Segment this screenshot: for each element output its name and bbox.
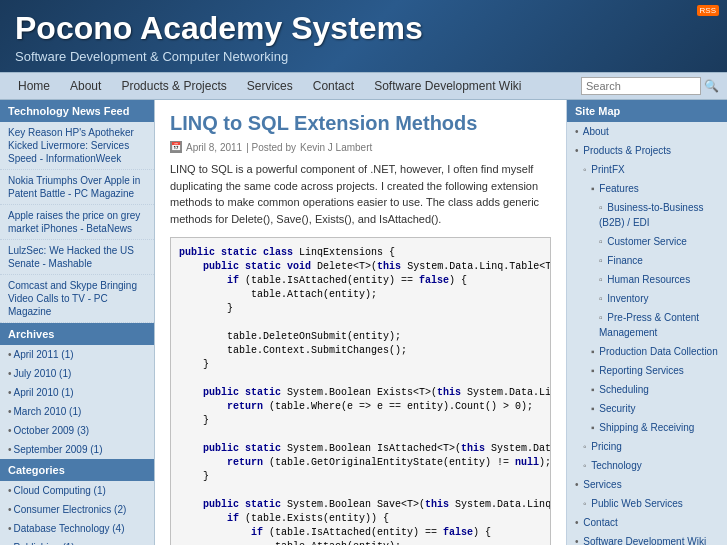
categories-section-title: Categories [0, 459, 154, 481]
sitemap-prepress[interactable]: ▫ Pre-Press & Content Management [567, 308, 727, 342]
sitemap-scheduling[interactable]: ▪ Scheduling [567, 380, 727, 399]
sitemap-products[interactable]: • Products & Projects [567, 141, 727, 160]
post-author: Kevin J Lambert [300, 142, 372, 153]
sitemap-customer-service[interactable]: ▫ Customer Service [567, 232, 727, 251]
search-input[interactable] [581, 77, 701, 95]
news-link-2[interactable]: Nokia Triumphs Over Apple in Patent Batt… [8, 175, 140, 199]
nav-bar: Home About Products & Projects Services … [0, 72, 727, 100]
sitemap-printfx[interactable]: ◦ PrintFX [567, 160, 727, 179]
sitemap-production[interactable]: ▪ Production Data Collection [567, 342, 727, 361]
category-item[interactable]: •Cloud Computing (1) [0, 481, 154, 500]
archive-item[interactable]: •April 2011 (1) [0, 345, 154, 364]
sitemap-technology[interactable]: ◦ Technology [567, 456, 727, 475]
sitemap-about[interactable]: • About [567, 122, 727, 141]
sitemap-finance[interactable]: ▫ Finance [567, 251, 727, 270]
news-link-5[interactable]: Comcast and Skype Bringing Video Calls t… [8, 280, 137, 317]
content-area: LINQ to SQL Extension Methods 📅 April 8,… [155, 100, 567, 545]
sitemap-section-title: Site Map [567, 100, 727, 122]
category-item[interactable]: •Consumer Electronics (2) [0, 500, 154, 519]
category-item[interactable]: •Publishing (1) [0, 538, 154, 545]
nav-products[interactable]: Products & Projects [111, 73, 236, 99]
post-author-label: | Posted by [246, 142, 296, 153]
news-item[interactable]: LulzSec: We Hacked the US Senate - Masha… [0, 240, 154, 275]
site-header: Pocono Academy Systems Software Developm… [0, 0, 727, 72]
sitemap-wiki[interactable]: • Software Development Wiki [567, 532, 727, 545]
archive-item[interactable]: •July 2010 (1) [0, 364, 154, 383]
sitemap-features[interactable]: ▪ Features [567, 179, 727, 198]
sitemap-shipping[interactable]: ▪ Shipping & Receiving [567, 418, 727, 437]
sitemap-web-services[interactable]: ◦ Public Web Services [567, 494, 727, 513]
sitemap-services[interactable]: • Services [567, 475, 727, 494]
news-item[interactable]: Key Reason HP's Apotheker Kicked Livermo… [0, 122, 154, 170]
nav-about[interactable]: About [60, 73, 111, 99]
archive-item[interactable]: •March 2010 (1) [0, 402, 154, 421]
sitemap-b2b[interactable]: ▫ Business-to-Business (B2B) / EDI [567, 198, 727, 232]
calendar-icon: 📅 [170, 141, 182, 153]
search-area: 🔍 [581, 77, 719, 95]
site-title: Pocono Academy Systems [15, 10, 712, 47]
right-sidebar: Site Map • About • Products & Projects ◦… [567, 100, 727, 545]
news-link-1[interactable]: Key Reason HP's Apotheker Kicked Livermo… [8, 127, 134, 164]
sitemap-reporting[interactable]: ▪ Reporting Services [567, 361, 727, 380]
nav-wiki[interactable]: Software Development Wiki [364, 73, 531, 99]
search-icon[interactable]: 🔍 [704, 79, 719, 93]
category-item[interactable]: •Database Technology (4) [0, 519, 154, 538]
post-intro: LINQ to SQL is a powerful component of .… [170, 161, 551, 227]
nav-services[interactable]: Services [237, 73, 303, 99]
news-link-4[interactable]: LulzSec: We Hacked the US Senate - Masha… [8, 245, 134, 269]
left-sidebar: Technology News Feed Key Reason HP's Apo… [0, 100, 155, 545]
archives-section-title: Archives [0, 323, 154, 345]
nav-home[interactable]: Home [8, 73, 60, 99]
sitemap-hr[interactable]: ▫ Human Resources [567, 270, 727, 289]
sitemap-contact[interactable]: • Contact [567, 513, 727, 532]
post-meta: 📅 April 8, 2011 | Posted by Kevin J Lamb… [170, 141, 551, 153]
nav-contact[interactable]: Contact [303, 73, 364, 99]
news-item[interactable]: Comcast and Skype Bringing Video Calls t… [0, 275, 154, 323]
code-content: public static class LinqExtensions { pub… [171, 238, 550, 545]
post-date: April 8, 2011 [186, 142, 242, 153]
rss-icon: RSS [697, 5, 719, 16]
sitemap-security[interactable]: ▪ Security [567, 399, 727, 418]
site-tagline: Software Development & Computer Networki… [15, 49, 712, 64]
news-link-3[interactable]: Apple raises the price on grey market iP… [8, 210, 140, 234]
archive-item[interactable]: •April 2010 (1) [0, 383, 154, 402]
news-section-title: Technology News Feed [0, 100, 154, 122]
archive-item[interactable]: •October 2009 (3) [0, 421, 154, 440]
news-item[interactable]: Nokia Triumphs Over Apple in Patent Batt… [0, 170, 154, 205]
sitemap-pricing[interactable]: ◦ Pricing [567, 437, 727, 456]
code-container[interactable]: public static class LinqExtensions { pub… [170, 237, 551, 545]
news-item[interactable]: Apple raises the price on grey market iP… [0, 205, 154, 240]
main-container: Technology News Feed Key Reason HP's Apo… [0, 100, 727, 545]
sitemap-inventory[interactable]: ▫ Inventory [567, 289, 727, 308]
post-title: LINQ to SQL Extension Methods [170, 112, 551, 135]
archive-item[interactable]: •September 2009 (1) [0, 440, 154, 459]
